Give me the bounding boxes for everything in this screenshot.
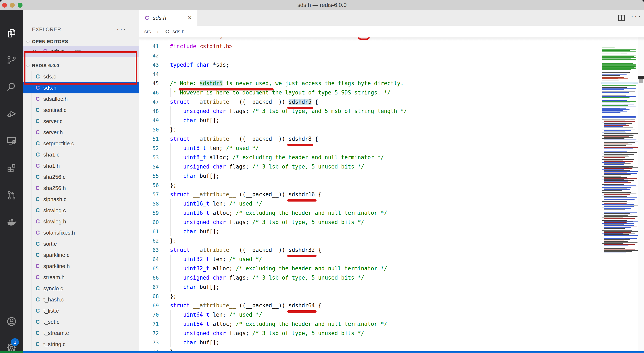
source-control-icon[interactable]	[6, 54, 18, 66]
file-row-sha1-c[interactable]: C sha1.c	[23, 149, 139, 160]
minimap-line	[604, 185, 636, 186]
file-row-t_set-c[interactable]: C t_set.c	[23, 316, 139, 328]
file-row-t_string-c[interactable]: C t_string.c	[23, 339, 139, 350]
account-icon[interactable]	[6, 316, 18, 327]
minimap-line	[604, 194, 630, 195]
code-line-59: 59 uint16_t alloc; /* excluding the head…	[139, 208, 602, 218]
minimap-line	[604, 194, 636, 194]
minimap[interactable]	[601, 38, 638, 351]
code-line-58: 58 uint16_t len; /* used */	[139, 199, 602, 208]
line-number: 57	[139, 190, 159, 199]
minimap-line	[602, 66, 636, 67]
tab-close-icon[interactable]: ×	[188, 10, 192, 25]
search-icon[interactable]	[6, 81, 18, 92]
minimap-line	[604, 173, 637, 174]
scrollbar-handle[interactable]	[639, 79, 643, 83]
editor-more-actions-icon[interactable]: ···	[631, 12, 642, 21]
file-name: t_string.c	[43, 339, 66, 350]
docker-icon[interactable]	[6, 216, 18, 228]
code-token: sdshdr32	[288, 247, 315, 253]
minimap-line	[604, 160, 630, 160]
c-source-file-icon: C	[34, 194, 41, 205]
file-row-slowlog-h[interactable]: C slowlog.h	[23, 216, 139, 227]
file-row-sort-c[interactable]: C sort.c	[23, 238, 139, 250]
code-editor[interactable]: #include <stdarg.h>41#include <stdint.h>…	[139, 38, 644, 351]
file-row-sha1-h[interactable]: C sha1.h	[23, 160, 139, 172]
code-token: sdshdr5	[200, 80, 223, 86]
split-editor-icon[interactable]	[617, 14, 626, 23]
code-text: uint8_t len; /* used */	[170, 145, 259, 151]
file-row-sha256-h[interactable]: C sha256.h	[23, 182, 139, 194]
file-row-setproctitle-c[interactable]: C setproctitle.c	[23, 138, 139, 149]
file-row-sparkline-c[interactable]: C sparkline.c	[23, 250, 139, 261]
c-source-file-icon: C	[34, 316, 41, 328]
line-number: 61	[139, 227, 159, 236]
indent-guide	[170, 328, 170, 338]
file-name: sort.c	[43, 238, 57, 250]
code-text: };	[170, 126, 176, 133]
file-row-siphash-c[interactable]: C siphash.c	[23, 194, 139, 205]
minimap-line	[602, 65, 636, 66]
file-row-sha256-c[interactable]: C sha256.c	[23, 172, 139, 182]
tab-sds-h[interactable]: C sds.h ×	[139, 10, 198, 26]
file-row-sdsalloc-h[interactable]: C sdsalloc.h	[23, 94, 139, 104]
minimap-line	[604, 156, 638, 156]
code-token: unsigned	[183, 219, 210, 225]
file-row-solarisfixes-h[interactable]: C solarisfixes.h	[23, 227, 139, 238]
file-row-t_hash-c[interactable]: C t_hash.c	[23, 294, 139, 305]
code-text: struct __attribute__ ((__packed__)) sdsh…	[170, 99, 318, 105]
open-editors-section[interactable]: OPEN EDITORS	[23, 36, 139, 47]
file-row-stream-h[interactable]: C stream.h	[23, 272, 139, 283]
file-row-sparkline-h[interactable]: C sparkline.h	[23, 261, 139, 272]
code-text: struct __attribute__ ((__packed__)) sdsh…	[170, 302, 321, 308]
code-token: char	[183, 117, 196, 124]
code-line-70: 70 uint64_t len; /* used */	[139, 310, 602, 319]
breadcrumb-folder[interactable]: src	[144, 26, 151, 38]
code-token: char	[213, 164, 226, 170]
breadcrumb-file[interactable]: sds.h	[172, 26, 184, 38]
minimap-line	[604, 146, 636, 146]
c-source-file-icon: C	[34, 205, 41, 216]
explorer-icon[interactable]	[6, 27, 18, 39]
code-line-74: 74};	[139, 347, 602, 351]
explorer-more-actions-icon[interactable]: ···	[116, 25, 126, 33]
minimap-line	[602, 98, 623, 98]
code-token: buf[];	[196, 228, 219, 234]
minimap-line	[604, 234, 635, 234]
editor-scrollbar[interactable]	[638, 38, 644, 351]
minimap-line	[604, 182, 631, 183]
code-token	[170, 256, 183, 262]
code-token: sdshdr8	[288, 136, 312, 142]
red-underline-annotation: sdshdr8	[288, 134, 312, 144]
minimap-line	[602, 190, 622, 191]
file-row-server-h[interactable]: C server.h	[23, 127, 139, 138]
line-number: 59	[139, 208, 159, 218]
red-underline-annotation: sdshdr5	[288, 97, 312, 106]
c-header-file-icon: C	[34, 261, 41, 272]
file-row-t_stream-c[interactable]: C t_stream.c	[23, 328, 139, 339]
c-header-file-icon: C	[144, 10, 150, 26]
tab-label: sds.h	[153, 10, 166, 26]
run-debug-icon[interactable]	[6, 108, 18, 120]
minimap-line	[604, 228, 625, 229]
minimap-line	[604, 131, 625, 132]
file-row-slowlog-c[interactable]: C slowlog.c	[23, 205, 139, 216]
remote-explorer-icon[interactable]	[6, 135, 18, 146]
code-text: struct __attribute__ ((__packed__)) sdsh…	[170, 247, 321, 253]
file-row-t_zset-c[interactable]: C t_zset.c	[23, 350, 139, 351]
minimap-line	[602, 89, 630, 90]
minimap-line	[604, 240, 624, 240]
remote-indicator-strip	[0, 351, 23, 353]
file-row-server-c[interactable]: C server.c	[23, 116, 139, 127]
pull-request-icon[interactable]	[6, 189, 18, 201]
code-text: #include <stdint.h>	[170, 43, 232, 50]
line-number: 43	[139, 60, 159, 70]
file-row-sentinel-c[interactable]: C sentinel.c	[23, 104, 139, 116]
file-row-t_list-c[interactable]: C t_list.c	[23, 305, 139, 316]
code-token: /* used */	[229, 256, 262, 262]
file-row-syncio-c[interactable]: C syncio.c	[23, 283, 139, 294]
minimap-line	[602, 74, 626, 75]
extensions-icon[interactable]	[6, 162, 18, 174]
file-name: sentinel.c	[43, 104, 66, 116]
code-token	[170, 339, 183, 346]
